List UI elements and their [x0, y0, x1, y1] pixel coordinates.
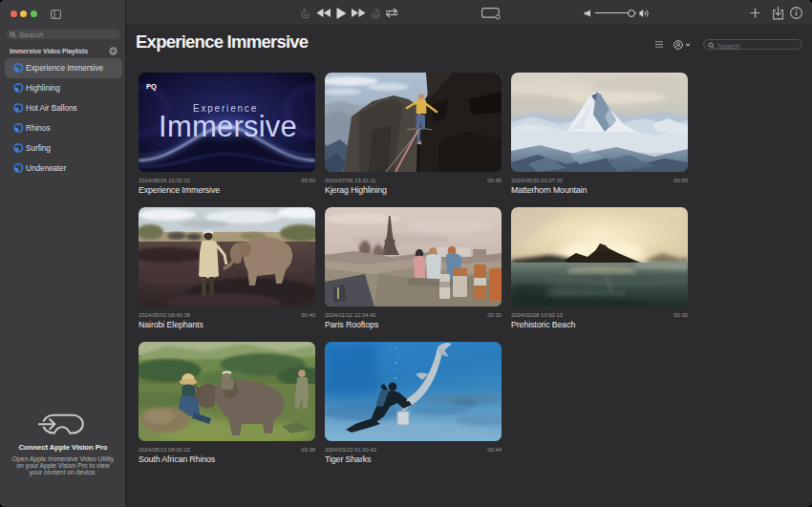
- svg-text:10: 10: [303, 11, 309, 17]
- svg-text:Immersive: Immersive: [159, 110, 297, 143]
- svg-text:10: 10: [373, 11, 378, 17]
- svg-text:PQ: PQ: [146, 82, 157, 91]
